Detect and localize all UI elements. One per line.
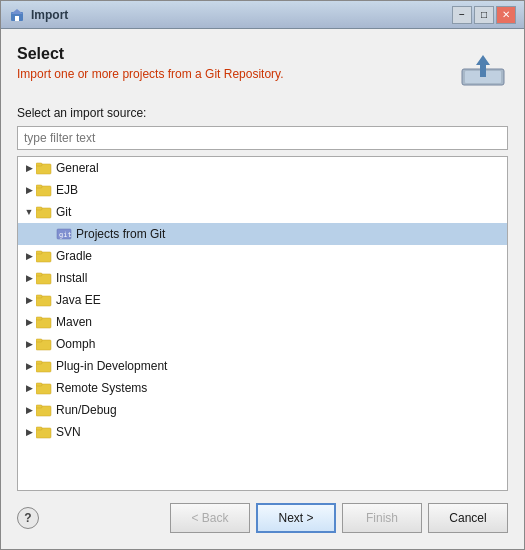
expand-arrow-svn: ▶	[22, 425, 36, 439]
svg-rect-7	[36, 163, 42, 166]
folder-icon-oomph	[36, 337, 52, 351]
tree-label-projects-from-git: Projects from Git	[76, 227, 165, 241]
folder-icon-ejb	[36, 183, 52, 197]
tree-label-oomph: Oomph	[56, 337, 95, 351]
tree-item-oomph[interactable]: ▶ Oomph	[18, 333, 507, 355]
tree-item-java-ee[interactable]: ▶ Java EE	[18, 289, 507, 311]
svg-rect-11	[36, 207, 42, 210]
folder-icon-plugin-dev	[36, 359, 52, 373]
minimize-button[interactable]: −	[452, 6, 472, 24]
tree-label-ejb: EJB	[56, 183, 78, 197]
help-button[interactable]: ?	[17, 507, 39, 529]
svg-rect-23	[36, 339, 42, 342]
folder-icon-gradle	[36, 249, 52, 263]
footer-buttons: < Back Next > Finish Cancel	[170, 503, 508, 533]
svg-rect-19	[36, 295, 42, 298]
git-item-icon: git	[56, 227, 72, 241]
filter-label: Select an import source:	[17, 106, 508, 120]
folder-icon-maven	[36, 315, 52, 329]
folder-icon-install	[36, 271, 52, 285]
window-controls: − □ ✕	[452, 6, 516, 24]
svg-rect-27	[36, 383, 42, 386]
tree-label-gradle: Gradle	[56, 249, 92, 263]
svg-rect-25	[36, 361, 42, 364]
expand-arrow-remote-systems: ▶	[22, 381, 36, 395]
folder-icon-java-ee	[36, 293, 52, 307]
tree-label-run-debug: Run/Debug	[56, 403, 117, 417]
tree-item-remote-systems[interactable]: ▶ Remote Systems	[18, 377, 507, 399]
import-dialog: Import − □ ✕ Select Import one or more p…	[0, 0, 525, 550]
svg-rect-15	[36, 251, 42, 254]
svg-rect-29	[36, 405, 42, 408]
dialog-content: Select Import one or more projects from …	[1, 29, 524, 549]
svg-text:git: git	[59, 231, 72, 239]
folder-icon-svn	[36, 425, 52, 439]
tree-item-ejb[interactable]: ▶ EJB	[18, 179, 507, 201]
tree-label-git: Git	[56, 205, 71, 219]
tree-container[interactable]: ▶ General ▶ EJB ▼	[17, 156, 508, 491]
footer: ? < Back Next > Finish Cancel	[17, 503, 508, 533]
expand-arrow-run-debug: ▶	[22, 403, 36, 417]
tree-item-install[interactable]: ▶ Install	[18, 267, 507, 289]
expand-arrow-install: ▶	[22, 271, 36, 285]
title-bar: Import − □ ✕	[1, 1, 524, 29]
header-icon	[458, 45, 508, 90]
tree-item-git[interactable]: ▼ Git	[18, 201, 507, 223]
expand-arrow-git: ▼	[22, 205, 36, 219]
tree-label-remote-systems: Remote Systems	[56, 381, 147, 395]
import-icon-svg	[460, 47, 506, 89]
tree-item-gradle[interactable]: ▶ Gradle	[18, 245, 507, 267]
close-button[interactable]: ✕	[496, 6, 516, 24]
svg-rect-2	[15, 16, 19, 21]
header-text: Select Import one or more projects from …	[17, 45, 284, 81]
tree-label-install: Install	[56, 271, 87, 285]
back-button[interactable]: < Back	[170, 503, 250, 533]
header-description: Import one or more projects from a Git R…	[17, 67, 284, 81]
tree-item-run-debug[interactable]: ▶ Run/Debug	[18, 399, 507, 421]
expand-arrow-java-ee: ▶	[22, 293, 36, 307]
restore-button[interactable]: □	[474, 6, 494, 24]
tree-label-svn: SVN	[56, 425, 81, 439]
tree-item-svn[interactable]: ▶ SVN	[18, 421, 507, 443]
svg-rect-31	[36, 427, 42, 430]
folder-icon-git	[36, 205, 52, 219]
window-icon	[9, 7, 25, 23]
next-button[interactable]: Next >	[256, 503, 336, 533]
page-title: Select	[17, 45, 284, 63]
tree-label-plugin-dev: Plug-in Development	[56, 359, 167, 373]
tree-item-projects-from-git[interactable]: git Projects from Git	[18, 223, 507, 245]
folder-icon-remote-systems	[36, 381, 52, 395]
tree-label-maven: Maven	[56, 315, 92, 329]
finish-button[interactable]: Finish	[342, 503, 422, 533]
expand-arrow-oomph: ▶	[22, 337, 36, 351]
expand-arrow-projects-from-git	[42, 227, 56, 241]
expand-arrow-gradle: ▶	[22, 249, 36, 263]
expand-arrow-plugin-dev: ▶	[22, 359, 36, 373]
tree-item-maven[interactable]: ▶ Maven	[18, 311, 507, 333]
expand-arrow-maven: ▶	[22, 315, 36, 329]
tree-label-general: General	[56, 161, 99, 175]
svg-rect-17	[36, 273, 42, 276]
expand-arrow-ejb: ▶	[22, 183, 36, 197]
svg-marker-1	[11, 9, 23, 14]
tree-item-plugin-dev[interactable]: ▶ Plug-in Development	[18, 355, 507, 377]
folder-icon-run-debug	[36, 403, 52, 417]
filter-input[interactable]	[17, 126, 508, 150]
header-section: Select Import one or more projects from …	[17, 45, 508, 90]
svg-rect-9	[36, 185, 42, 188]
window-title: Import	[31, 8, 452, 22]
folder-icon-general	[36, 161, 52, 175]
tree-item-general[interactable]: ▶ General	[18, 157, 507, 179]
footer-left: ?	[17, 507, 39, 529]
svg-rect-21	[36, 317, 42, 320]
expand-arrow-general: ▶	[22, 161, 36, 175]
tree-label-java-ee: Java EE	[56, 293, 101, 307]
cancel-button[interactable]: Cancel	[428, 503, 508, 533]
